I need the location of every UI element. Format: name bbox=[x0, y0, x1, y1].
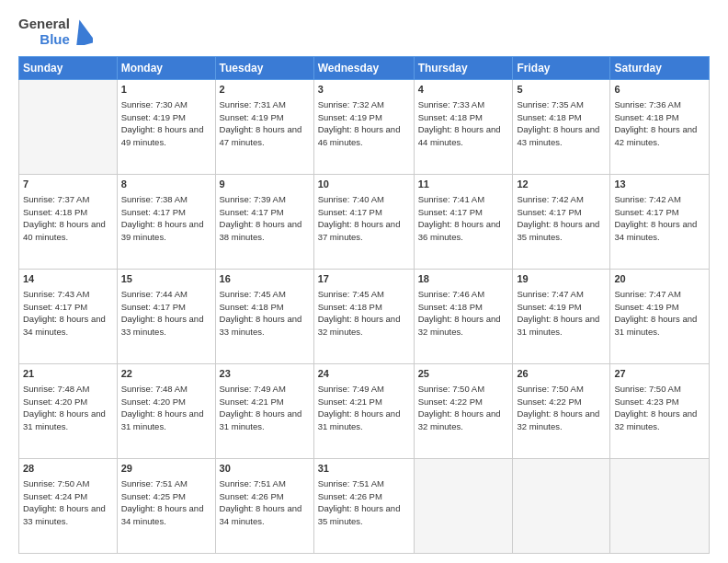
day-number: 27 bbox=[614, 367, 705, 381]
sunrise-text: Sunrise: 7:30 AM bbox=[121, 99, 188, 109]
day-number: 22 bbox=[121, 367, 211, 381]
day-number: 7 bbox=[23, 178, 113, 191]
calendar-week-1: 1 Sunrise: 7:30 AM Sunset: 4:19 PM Dayli… bbox=[19, 80, 710, 175]
logo-icon bbox=[73, 19, 93, 45]
day-number: 19 bbox=[517, 272, 606, 286]
day-number: 24 bbox=[318, 367, 410, 381]
day-number: 28 bbox=[23, 462, 113, 476]
daylight-text: Daylight: 8 hours and 46 minutes. bbox=[318, 124, 401, 147]
calendar-cell: 30 Sunrise: 7:51 AM Sunset: 4:26 PM Dayl… bbox=[215, 459, 313, 554]
calendar-cell: 26 Sunrise: 7:50 AM Sunset: 4:22 PM Dayl… bbox=[513, 364, 610, 459]
calendar-cell bbox=[414, 459, 513, 554]
sunrise-text: Sunrise: 7:42 AM bbox=[517, 194, 583, 204]
sunrise-text: Sunrise: 7:51 AM bbox=[121, 478, 188, 488]
calendar-cell: 1 Sunrise: 7:30 AM Sunset: 4:19 PM Dayli… bbox=[117, 80, 215, 175]
daylight-text: Daylight: 8 hours and 47 minutes. bbox=[220, 124, 302, 147]
sunset-text: Sunset: 4:22 PM bbox=[418, 396, 483, 407]
daylight-text: Daylight: 8 hours and 32 minutes. bbox=[318, 314, 401, 337]
daylight-text: Daylight: 8 hours and 31 minutes. bbox=[517, 314, 599, 337]
day-number: 11 bbox=[418, 178, 509, 191]
daylight-text: Daylight: 8 hours and 49 minutes. bbox=[121, 124, 204, 147]
daylight-text: Daylight: 8 hours and 35 minutes. bbox=[318, 503, 401, 526]
daylight-text: Daylight: 8 hours and 31 minutes. bbox=[23, 408, 106, 431]
col-header-monday: Monday bbox=[117, 57, 215, 80]
sunrise-text: Sunrise: 7:45 AM bbox=[318, 289, 384, 299]
day-number: 16 bbox=[220, 272, 310, 286]
sunrise-text: Sunrise: 7:37 AM bbox=[23, 194, 89, 204]
daylight-text: Daylight: 8 hours and 31 minutes. bbox=[121, 408, 204, 431]
sunset-text: Sunset: 4:20 PM bbox=[23, 396, 87, 407]
sunrise-text: Sunrise: 7:35 AM bbox=[517, 99, 583, 109]
day-number: 23 bbox=[220, 367, 310, 381]
calendar-table: SundayMondayTuesdayWednesdayThursdayFrid… bbox=[18, 56, 710, 554]
sunset-text: Sunset: 4:17 PM bbox=[121, 207, 186, 217]
day-number: 13 bbox=[614, 178, 705, 191]
day-number: 8 bbox=[121, 178, 211, 191]
calendar-cell bbox=[19, 80, 118, 175]
calendar-cell: 28 Sunrise: 7:50 AM Sunset: 4:24 PM Dayl… bbox=[19, 459, 118, 554]
day-number: 31 bbox=[318, 462, 410, 476]
sunset-text: Sunset: 4:18 PM bbox=[23, 207, 87, 217]
sunset-text: Sunset: 4:21 PM bbox=[318, 396, 382, 407]
sunset-text: Sunset: 4:18 PM bbox=[418, 302, 483, 312]
daylight-text: Daylight: 8 hours and 39 minutes. bbox=[121, 219, 204, 242]
sunset-text: Sunset: 4:26 PM bbox=[220, 491, 284, 501]
daylight-text: Daylight: 8 hours and 33 minutes. bbox=[220, 314, 302, 337]
day-number: 3 bbox=[318, 83, 410, 97]
day-number: 18 bbox=[418, 272, 509, 286]
daylight-text: Daylight: 8 hours and 32 minutes. bbox=[614, 408, 697, 431]
sunrise-text: Sunrise: 7:50 AM bbox=[23, 478, 89, 488]
daylight-text: Daylight: 8 hours and 37 minutes. bbox=[318, 219, 401, 242]
sunrise-text: Sunrise: 7:50 AM bbox=[517, 384, 583, 394]
day-number: 5 bbox=[517, 83, 606, 97]
calendar-cell: 7 Sunrise: 7:37 AM Sunset: 4:18 PM Dayli… bbox=[19, 175, 118, 270]
day-number: 4 bbox=[418, 83, 509, 97]
daylight-text: Daylight: 8 hours and 42 minutes. bbox=[614, 124, 697, 147]
calendar-cell: 13 Sunrise: 7:42 AM Sunset: 4:17 PM Dayl… bbox=[610, 175, 710, 270]
sunset-text: Sunset: 4:18 PM bbox=[418, 112, 483, 122]
page: General Blue SundayMondayTuesdayWednesda… bbox=[0, 0, 728, 563]
daylight-text: Daylight: 8 hours and 33 minutes. bbox=[23, 503, 106, 526]
sunset-text: Sunset: 4:22 PM bbox=[517, 396, 581, 407]
calendar-cell: 25 Sunrise: 7:50 AM Sunset: 4:22 PM Dayl… bbox=[414, 364, 513, 459]
sunset-text: Sunset: 4:17 PM bbox=[517, 207, 581, 217]
sunset-text: Sunset: 4:18 PM bbox=[614, 112, 678, 122]
sunrise-text: Sunrise: 7:51 AM bbox=[220, 478, 286, 488]
sunrise-text: Sunrise: 7:47 AM bbox=[517, 289, 583, 299]
calendar-cell bbox=[513, 459, 610, 554]
calendar-cell: 11 Sunrise: 7:41 AM Sunset: 4:17 PM Dayl… bbox=[414, 175, 513, 270]
day-number: 21 bbox=[23, 367, 113, 381]
calendar-cell: 10 Sunrise: 7:40 AM Sunset: 4:17 PM Dayl… bbox=[313, 175, 414, 270]
col-header-sunday: Sunday bbox=[19, 57, 118, 80]
sunset-text: Sunset: 4:23 PM bbox=[614, 396, 678, 407]
calendar-cell: 12 Sunrise: 7:42 AM Sunset: 4:17 PM Dayl… bbox=[513, 175, 610, 270]
sunset-text: Sunset: 4:19 PM bbox=[318, 112, 382, 122]
sunrise-text: Sunrise: 7:38 AM bbox=[121, 194, 188, 204]
sunset-text: Sunset: 4:18 PM bbox=[517, 112, 581, 122]
sunrise-text: Sunrise: 7:41 AM bbox=[418, 194, 484, 204]
calendar-cell: 16 Sunrise: 7:45 AM Sunset: 4:18 PM Dayl… bbox=[215, 270, 313, 364]
daylight-text: Daylight: 8 hours and 31 minutes. bbox=[614, 314, 697, 337]
sunset-text: Sunset: 4:24 PM bbox=[23, 491, 87, 501]
sunrise-text: Sunrise: 7:50 AM bbox=[418, 384, 484, 394]
calendar-cell: 6 Sunrise: 7:36 AM Sunset: 4:18 PM Dayli… bbox=[610, 80, 710, 175]
sunrise-text: Sunrise: 7:36 AM bbox=[614, 99, 680, 109]
daylight-text: Daylight: 8 hours and 32 minutes. bbox=[418, 314, 501, 337]
sunset-text: Sunset: 4:26 PM bbox=[318, 491, 382, 501]
sunrise-text: Sunrise: 7:46 AM bbox=[418, 289, 484, 299]
sunset-text: Sunset: 4:17 PM bbox=[318, 207, 382, 217]
daylight-text: Daylight: 8 hours and 35 minutes. bbox=[517, 219, 599, 242]
calendar-cell: 5 Sunrise: 7:35 AM Sunset: 4:18 PM Dayli… bbox=[513, 80, 610, 175]
calendar-cell: 18 Sunrise: 7:46 AM Sunset: 4:18 PM Dayl… bbox=[414, 270, 513, 364]
sunrise-text: Sunrise: 7:50 AM bbox=[614, 384, 680, 394]
daylight-text: Daylight: 8 hours and 36 minutes. bbox=[418, 219, 501, 242]
sunrise-text: Sunrise: 7:43 AM bbox=[23, 289, 89, 299]
sunrise-text: Sunrise: 7:31 AM bbox=[220, 99, 286, 109]
daylight-text: Daylight: 8 hours and 32 minutes. bbox=[517, 408, 599, 431]
daylight-text: Daylight: 8 hours and 44 minutes. bbox=[418, 124, 501, 147]
calendar-header-row: SundayMondayTuesdayWednesdayThursdayFrid… bbox=[19, 57, 710, 80]
sunrise-text: Sunrise: 7:48 AM bbox=[121, 384, 188, 394]
calendar-cell: 4 Sunrise: 7:33 AM Sunset: 4:18 PM Dayli… bbox=[414, 80, 513, 175]
calendar-cell: 8 Sunrise: 7:38 AM Sunset: 4:17 PM Dayli… bbox=[117, 175, 215, 270]
sunset-text: Sunset: 4:17 PM bbox=[121, 302, 186, 312]
